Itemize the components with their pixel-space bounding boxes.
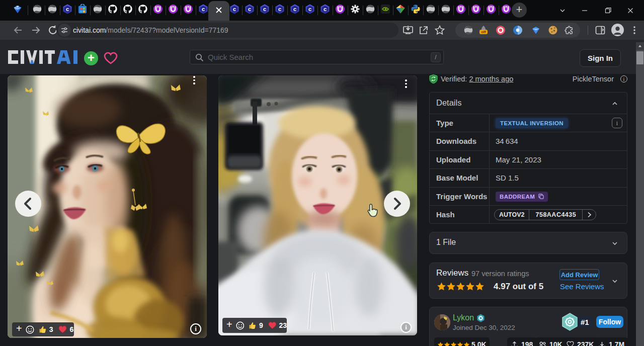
- svg-text:c: c: [202, 6, 205, 12]
- svg-text:c: c: [278, 6, 281, 12]
- svg-text:c: c: [263, 6, 266, 12]
- svg-text:c: c: [233, 6, 236, 12]
- svg-text:c: c: [248, 6, 251, 12]
- svg-text:c: c: [308, 6, 311, 12]
- svg-text:c: c: [66, 6, 69, 12]
- svg-text:off: off: [481, 30, 486, 34]
- svg-text:c: c: [324, 6, 327, 12]
- svg-text:c: c: [293, 6, 296, 12]
